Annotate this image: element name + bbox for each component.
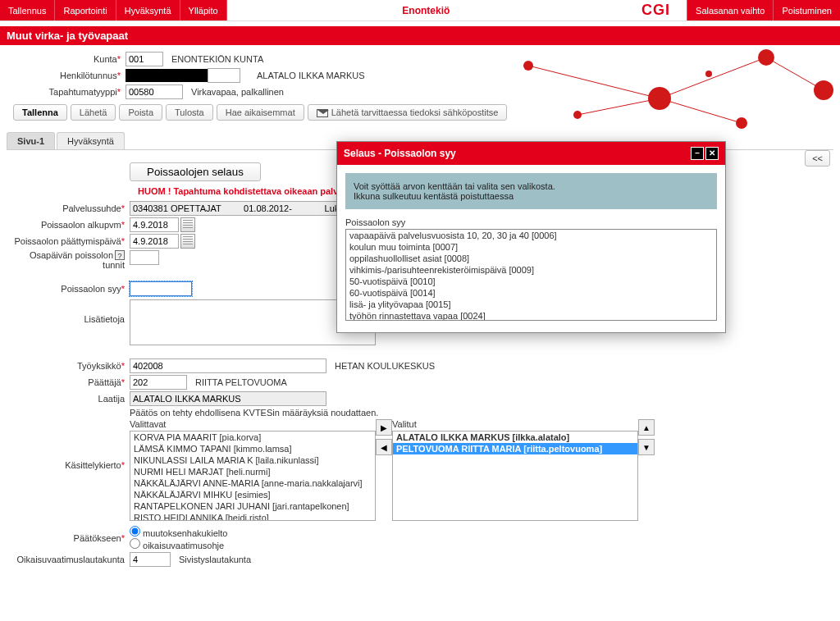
- move-down-button[interactable]: ▼: [638, 439, 655, 455]
- org-name: Enontekiö: [227, 5, 625, 16]
- paattaja-label: Päättäjä: [11, 377, 130, 387]
- topbar-left: Tallennus Raportointi Hyväksyntä Ylläpit…: [0, 0, 227, 21]
- topbar: Tallennus Raportointi Hyväksyntä Ylläpit…: [0, 0, 840, 21]
- send-button[interactable]: Lähetä: [71, 104, 116, 121]
- valitut-list[interactable]: ALATALO ILKKA MARKUS [ilkka.alatalo]PELT…: [392, 431, 638, 521]
- dialog-title: Selaus - Poissaolon syy: [344, 148, 456, 159]
- email-button[interactable]: Lähetä tarvittaessa tiedoksi sähköpostit…: [308, 104, 508, 121]
- kunta-label: Kunta: [7, 54, 126, 64]
- dialog-poissaolon-syy: Selaus - Poissaolon syy – ✕ Voit syöttää…: [336, 141, 726, 333]
- lautakunta-name: Sivistyslautakunta: [179, 555, 251, 564]
- list-item[interactable]: RANTAPELKONEN JARI JUHANI [jari.rantapel…: [130, 500, 375, 512]
- nav-tallennus[interactable]: Tallennus: [0, 0, 55, 21]
- henkilotunnus-label: Henkilötunnus: [7, 71, 126, 80]
- logo: CGI: [625, 2, 687, 19]
- radio-oikaisuvaatimusohje[interactable]: oikaisuvaatimusohje: [130, 541, 224, 550]
- option-item[interactable]: koulun muu toiminta [0007]: [346, 241, 716, 253]
- dialog-option-list[interactable]: vapaapäivä palvelusvuosista 10, 20, 30 j…: [345, 229, 717, 321]
- alku-input[interactable]: [130, 217, 179, 232]
- loppu-label: Poissaolon päättymispäivä: [11, 236, 130, 246]
- calendar-icon[interactable]: [180, 234, 195, 249]
- nav-raportointi[interactable]: Raportointi: [55, 0, 116, 21]
- browse-absences-button[interactable]: Poissaolojen selaus: [130, 162, 261, 181]
- dialog-close-button[interactable]: ✕: [705, 147, 719, 160]
- move-up-button[interactable]: ▲: [638, 419, 655, 436]
- tyoyksikko-input[interactable]: [130, 358, 326, 373]
- option-item[interactable]: lisä- ja ylityövapaa [0015]: [346, 299, 716, 310]
- mail-icon: [317, 109, 328, 117]
- kierto-label: Käsittelykierto: [11, 419, 130, 470]
- collapse-button[interactable]: <<: [805, 150, 830, 167]
- alku-label: Poissaolon alkupvm: [11, 220, 130, 230]
- syy-label: Poissaolon syy: [11, 284, 130, 294]
- henkilotunnus-redacted: [126, 69, 208, 82]
- option-item[interactable]: vihkimis-/parisuhteenrekisteröimispäivä …: [346, 264, 716, 276]
- valitut-header: Valitut: [392, 419, 638, 429]
- option-item[interactable]: vapaapäivä palvelusvuosista 10, 20, 30 j…: [346, 230, 716, 241]
- laatija-input: [130, 391, 326, 406]
- tyoyksikko-name: HETAN KOULUKESKUS: [335, 361, 435, 371]
- radio-muutoksenhakukielto[interactable]: muutoksenhakukielto: [130, 528, 227, 538]
- valittavat-list[interactable]: KORVA PIA MAARIT [pia.korva]LÄMSÄ KIMMO …: [130, 431, 376, 521]
- lautakunta-input[interactable]: [130, 552, 171, 567]
- nav-password[interactable]: Salasanan vaihto: [687, 0, 773, 21]
- loppu-input[interactable]: [130, 234, 179, 249]
- palvelussuhde-label: Palvelussuhde: [11, 203, 130, 213]
- list-item[interactable]: NIKUNLASSI LAILA MARIA K [laila.nikunlas…: [130, 454, 375, 466]
- henkilo-name: ALATALO ILKKA MARKUS: [257, 71, 365, 80]
- laatija-label: Laatija: [11, 394, 130, 404]
- tapahtumatyyppi-code[interactable]: [126, 84, 183, 99]
- print-button[interactable]: Tulosta: [166, 104, 213, 121]
- option-item[interactable]: 50-vuotispäivä [0010]: [346, 276, 716, 287]
- list-item[interactable]: KORVA PIA MAARIT [pia.korva]: [130, 432, 375, 443]
- option-item[interactable]: oppilashuollolliset asiat [0008]: [346, 253, 716, 264]
- list-item[interactable]: LÄMSÄ KIMMO TAPANI [kimmo.lamsa]: [130, 443, 375, 454]
- dialog-list-label: Poissaolon syy: [345, 217, 717, 227]
- help-icon[interactable]: ?: [115, 250, 125, 260]
- move-right-button[interactable]: ▶: [376, 419, 392, 436]
- list-item[interactable]: PELTOVUOMA RIITTA MARIA [riitta.peltovuo…: [393, 443, 637, 454]
- list-item[interactable]: RISTO HEIDI ANNIKA [heidi.risto]: [130, 512, 375, 521]
- nav-hyvaksynta[interactable]: Hyväksyntä: [116, 0, 180, 21]
- move-left-button[interactable]: ◀: [376, 439, 392, 455]
- list-item[interactable]: NURMI HELI MARJAT [heli.nurmi]: [130, 466, 375, 477]
- list-item[interactable]: NÄKKÄLÄJÄRVI ANNE-MARIA [anne-maria.nakk…: [130, 477, 375, 489]
- list-item[interactable]: ALATALO ILKKA MARKUS [ilkka.alatalo]: [393, 432, 637, 443]
- list-item[interactable]: NÄKKÄLÄJÄRVI MIHKU [esimies]: [130, 489, 375, 500]
- tab-sivu1[interactable]: Sivu-1: [7, 132, 55, 149]
- tyoyksikko-label: Työyksikkö: [11, 361, 130, 371]
- lisa-label: Lisätietoja: [11, 299, 130, 324]
- valittavat-header: Valittavat: [130, 419, 376, 429]
- osapaiva-label: Osapäivän poissolon? tunnit: [11, 250, 130, 270]
- nav-yllapito[interactable]: Ylläpito: [180, 0, 227, 21]
- toolbar: Tallenna Lähetä Poista Tulosta Hae aikai…: [13, 104, 833, 121]
- paattaja-input[interactable]: [130, 375, 187, 390]
- tapahtumatyyppi-name: Virkavapaa, palkallinen: [191, 87, 284, 97]
- option-item[interactable]: 60-vuotispäivä [0014]: [346, 287, 716, 299]
- kunta-code-input[interactable]: [126, 52, 163, 66]
- osapaiva-input[interactable]: [130, 250, 159, 265]
- dialog-info: Voit syöttää arvon kenttään tai valita s…: [345, 173, 717, 209]
- delete-button[interactable]: Poista: [119, 104, 162, 121]
- dialog-minimize-button[interactable]: –: [691, 147, 704, 160]
- paattaja-name: RIITTA PELTOVUOMA: [195, 377, 287, 387]
- fetch-earlier-button[interactable]: Hae aikaisemmat: [217, 104, 304, 121]
- henkilotunnus-suffix[interactable]: [208, 68, 240, 83]
- kunta-name: ENONTEKIÖN KUNTA: [171, 54, 263, 64]
- paatokseen-label: Päätökseen: [11, 533, 130, 543]
- note-text: Päätös on tehty ehdollisena KVTESin määr…: [130, 408, 378, 418]
- tab-hyvaksynta[interactable]: Hyväksyntä: [57, 132, 125, 149]
- syy-input[interactable]: [130, 281, 192, 296]
- topbar-right: Salasanan vaihto Poistuminen: [687, 0, 840, 21]
- email-button-label: Lähetä tarvittaessa tiedoksi sähköpostit…: [331, 107, 499, 117]
- dialog-header[interactable]: Selaus - Poissaolon syy – ✕: [337, 142, 725, 165]
- calendar-icon[interactable]: [180, 217, 195, 232]
- tapahtumatyyppi-label: Tapahtumatyyppi: [7, 87, 126, 97]
- lautakunta-label: Oikaisuvaatimuslautakunta: [11, 555, 130, 564]
- option-item[interactable]: työhön rinnastettava vapaa [0024]: [346, 310, 716, 321]
- nav-logout[interactable]: Poistuminen: [773, 0, 840, 21]
- save-button[interactable]: Tallenna: [13, 104, 67, 121]
